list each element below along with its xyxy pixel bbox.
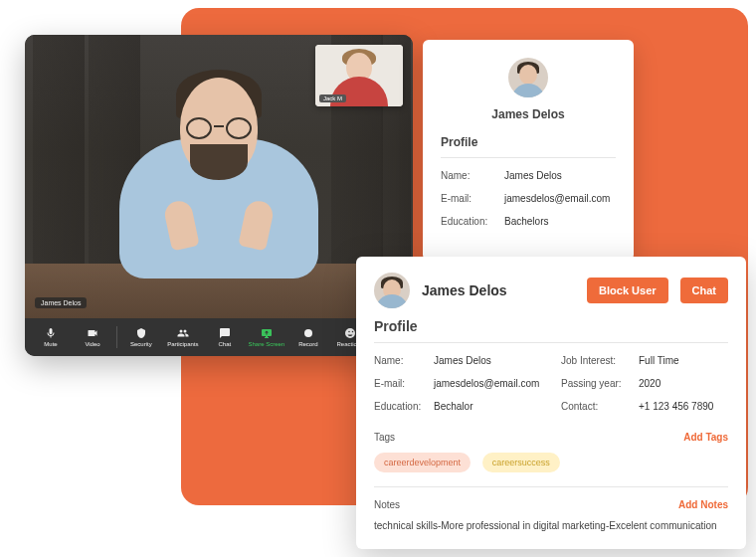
- video-toolbar: Mute Video Security Participants Chat Sh…: [25, 318, 413, 356]
- profile-section-title: Profile: [374, 318, 728, 334]
- profile-section-title: Profile: [441, 135, 616, 149]
- chat-icon: [218, 327, 232, 339]
- tag-chip[interactable]: careersuccess: [482, 453, 560, 472]
- profile-name: James Delos: [491, 107, 564, 121]
- field-job-interest: Job Interest: Full Time: [561, 355, 728, 366]
- record-button[interactable]: Record: [288, 327, 328, 347]
- smile-icon: [343, 327, 357, 339]
- video-call-window: James Delos Jack M Mute Video Security P…: [25, 35, 413, 356]
- profile-card-mini: James Delos Profile Name: James Delos E-…: [423, 40, 634, 261]
- chat-button[interactable]: Chat: [680, 278, 728, 303]
- main-participant: [119, 50, 318, 278]
- record-icon: [301, 327, 315, 339]
- tag-chip[interactable]: careerdevelopment: [374, 453, 471, 472]
- people-icon: [176, 327, 190, 339]
- avatar: [508, 58, 548, 97]
- share-icon: [260, 327, 274, 339]
- add-notes-button[interactable]: Add Notes: [678, 499, 728, 510]
- field-name: Name: James Delos: [441, 170, 616, 181]
- field-education: Education: Bechalor: [374, 401, 541, 412]
- mute-button[interactable]: Mute: [31, 327, 71, 347]
- field-email: E-mail: jamesdelos@email.com: [374, 378, 541, 389]
- shield-icon: [134, 327, 148, 339]
- microphone-icon: [44, 327, 58, 339]
- pip-name-tag: Jack M: [319, 94, 346, 102]
- svg-point-0: [304, 329, 312, 337]
- share-screen-button[interactable]: Share Screen: [247, 327, 286, 347]
- field-education: Education: Bachelors: [441, 216, 616, 227]
- field-passing-year: Passing year: 2020: [561, 378, 728, 389]
- field-contact: Contact: +1 123 456 7890: [561, 401, 728, 412]
- video-main-feed[interactable]: James Delos Jack M: [25, 35, 413, 318]
- profile-card-large: James Delos Block User Chat Profile Name…: [356, 257, 746, 549]
- block-user-button[interactable]: Block User: [587, 278, 667, 303]
- tags-label: Tags: [374, 432, 683, 443]
- field-name: Name: James Delos: [374, 355, 541, 366]
- participants-button[interactable]: Participants: [163, 327, 203, 347]
- security-button[interactable]: Security: [121, 327, 161, 347]
- profile-name: James Delos: [422, 282, 575, 298]
- tags-list: careerdevelopment careersuccess: [374, 453, 728, 472]
- chat-button[interactable]: Chat: [205, 327, 245, 347]
- camera-icon: [86, 327, 99, 339]
- avatar: [374, 273, 410, 308]
- notes-text: technical skills-More professional in di…: [374, 520, 728, 531]
- video-pip-feed[interactable]: Jack M: [315, 45, 403, 106]
- participant-name-tag: James Delos: [35, 297, 87, 308]
- field-email: E-mail: jamesdelos@email.com: [441, 193, 616, 204]
- toggle-video-button[interactable]: Video: [73, 327, 112, 347]
- add-tags-button[interactable]: Add Tags: [683, 432, 728, 443]
- notes-label: Notes: [374, 499, 678, 510]
